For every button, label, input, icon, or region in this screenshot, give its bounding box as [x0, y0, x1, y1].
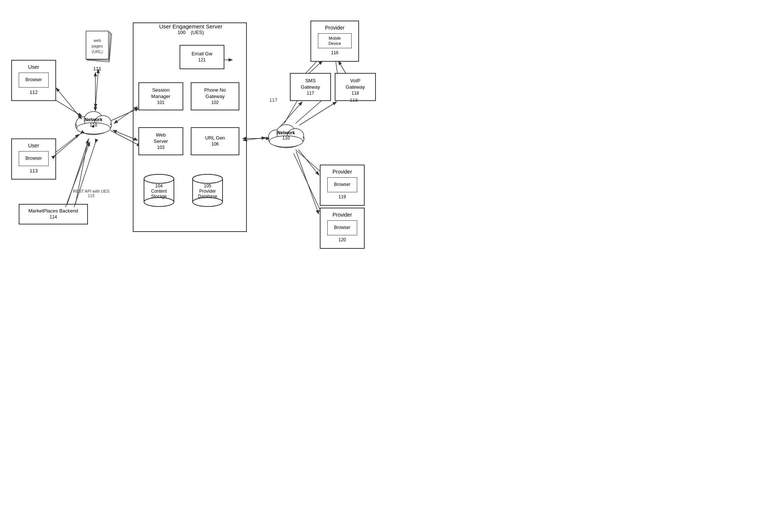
network1-label: Network 110	[73, 117, 114, 128]
browser2-label: Browser	[25, 156, 42, 162]
svg-line-57	[298, 150, 319, 175]
svg-line-55	[309, 61, 322, 74]
rest-api-label: REST API with UES 115	[73, 189, 110, 198]
user1-num: 112	[30, 89, 38, 96]
url-gen-num: 106	[211, 141, 219, 147]
svg-text:(URL): (URL)	[92, 49, 102, 54]
network2-cloud: Network 110	[266, 120, 307, 150]
webpages-icon: web pages (URL) 111	[80, 30, 114, 75]
browser1-label: Browser	[25, 77, 42, 83]
provider-mobile-num: 116	[331, 50, 338, 56]
label-118: 118	[350, 97, 358, 103]
svg-line-13	[294, 153, 322, 213]
network1-cloud: Network 110	[73, 107, 114, 137]
browser1-box: Browser	[19, 73, 49, 88]
browser3-box: Browser	[327, 177, 357, 192]
provider1-box: Provider Browser 119	[320, 165, 365, 206]
email-gw-label: Email Gw	[191, 51, 212, 57]
svg-line-47	[95, 69, 98, 108]
sms-gateway-box: SMS Gateway 117	[290, 73, 331, 101]
web-server-num: 103	[157, 145, 165, 151]
url-gen-box: URL Gen 106	[191, 127, 239, 155]
user2-box: User Browser 113	[11, 138, 56, 180]
email-gw-box: Email Gw 121	[180, 45, 224, 69]
svg-line-58	[296, 152, 319, 214]
browser4-box: Browser	[327, 220, 357, 235]
user1-label: User	[28, 64, 39, 70]
svg-line-4	[65, 138, 89, 210]
provider2-label: Provider	[332, 211, 352, 218]
user1-box: User Browser 112	[11, 60, 56, 101]
network1-num: 110	[90, 122, 97, 128]
user2-label: User	[28, 142, 39, 149]
content-storage-label: ContentStorage	[140, 189, 178, 199]
network2-label: Network 110	[266, 130, 307, 141]
diagram: User Engagement Server 100 (UES) Email G…	[0, 0, 378, 266]
provider2-num: 120	[338, 237, 346, 243]
voip-gateway-box: VoIP Gateway 118	[335, 73, 376, 101]
provider-database-label: ProviderDatabase	[189, 189, 226, 199]
provider-mobile-label: Provider	[325, 24, 344, 31]
ues-title: User Engagement Server 100 (UES)	[142, 23, 239, 35]
browser2-box: Browser	[19, 151, 49, 166]
content-storage-num: 104	[140, 183, 178, 189]
phone-gateway-box: Phone No Gateway 102	[191, 82, 239, 110]
session-manager-num: 101	[157, 100, 165, 106]
session-manager-label: Session Manager	[151, 87, 170, 100]
phone-gateway-label: Phone No Gateway	[204, 87, 226, 100]
svg-point-20	[144, 174, 174, 183]
phone-gateway-num: 102	[211, 100, 219, 106]
provider-mobile-box: Provider Mobile Device 116	[310, 21, 359, 62]
user2-num: 113	[30, 168, 38, 174]
voip-gateway-label: VoIP Gateway	[346, 78, 365, 91]
marketplaces-num: 114	[49, 214, 57, 220]
mobile-device-box: Mobile Device	[318, 33, 352, 48]
sms-gateway-label: SMS Gateway	[301, 78, 320, 91]
provider-database-num: 105	[189, 183, 226, 189]
marketplaces-label: MarketPlaces Backend	[28, 208, 78, 214]
network2-num: 110	[282, 135, 290, 141]
url-gen-label: URL Gen	[205, 135, 225, 141]
provider1-num: 119	[338, 194, 346, 200]
label-117: 117	[269, 97, 278, 103]
web-server-box: Web Server 103	[138, 127, 183, 155]
browser4-label: Browser	[334, 225, 350, 231]
svg-point-26	[193, 174, 223, 183]
mobile-device-label: Mobile Device	[328, 36, 341, 46]
provider-database: 105 ProviderDatabase	[189, 172, 226, 210]
svg-text:web: web	[93, 38, 101, 43]
svg-line-46	[55, 134, 80, 155]
svg-text:pages: pages	[92, 44, 103, 48]
provider1-label: Provider	[332, 168, 352, 175]
provider2-box: Provider Browser 120	[320, 208, 365, 249]
email-gw-num: 121	[198, 57, 206, 63]
voip-gateway-num: 118	[352, 91, 359, 97]
browser3-label: Browser	[334, 182, 350, 188]
svg-line-56	[338, 61, 346, 74]
marketplaces-box: MarketPlaces Backend 114	[19, 204, 88, 224]
sms-gateway-num: 117	[307, 91, 314, 97]
session-manager-box: Session Manager 101	[138, 82, 183, 110]
content-storage: 104 ContentStorage	[140, 172, 178, 210]
web-server-label: Web Server	[154, 132, 168, 145]
